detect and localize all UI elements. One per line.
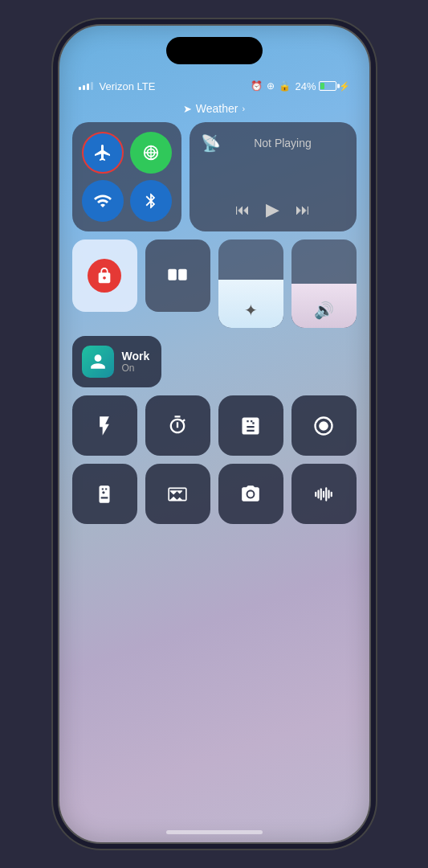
location-icon: ⊕: [267, 80, 275, 92]
cellular-icon: [142, 144, 160, 162]
svg-rect-11: [320, 488, 322, 500]
phone-frame: Verizon LTE ⏰ ⊕ 🔒 24% ⚡ ➤ Weather ›: [58, 24, 371, 844]
remote-button[interactable]: [72, 464, 137, 524]
location-arrow-icon: ➤: [183, 103, 192, 115]
svg-rect-12: [323, 490, 324, 497]
carrier-label: Verizon LTE: [100, 80, 156, 92]
lock-rotation-icon: [88, 259, 121, 293]
svg-rect-15: [331, 491, 332, 497]
status-bar: Verizon LTE ⏰ ⊕ 🔒 24% ⚡: [59, 74, 369, 98]
play-button[interactable]: ▶: [266, 199, 279, 220]
svg-rect-13: [325, 487, 327, 501]
work-text: Work On: [122, 350, 150, 374]
weather-bar[interactable]: ➤ Weather ›: [59, 102, 369, 115]
control-center: 📡 Not Playing ⏮ ▶ ⏭: [72, 122, 357, 794]
work-subtitle: On: [122, 362, 150, 374]
spacer-2: [267, 336, 356, 387]
media-controls: ⏮ ▶ ⏭: [201, 199, 345, 220]
weather-chevron: ›: [243, 104, 246, 113]
calculator-button[interactable]: [218, 395, 283, 456]
second-row: ✦ 🔊: [72, 240, 357, 328]
home-indicator: [166, 830, 263, 834]
svg-rect-4: [168, 269, 177, 280]
not-playing-label: Not Playing: [221, 137, 345, 149]
status-left: Verizon LTE: [79, 80, 156, 92]
work-icon: [82, 346, 114, 378]
svg-rect-8: [169, 488, 186, 500]
connectivity-grid: [72, 122, 181, 231]
mirror-icon: [166, 264, 189, 287]
status-right: ⏰ ⊕ 🔒 24% ⚡: [251, 80, 349, 92]
cellular-button[interactable]: [130, 132, 172, 174]
airplay-icon: 📡: [201, 133, 221, 153]
bluetooth-icon: [142, 192, 160, 210]
svg-rect-10: [317, 489, 319, 498]
alarm-icon: ⏰: [251, 80, 263, 92]
flashlight-button[interactable]: [72, 395, 137, 456]
work-title: Work: [122, 350, 150, 362]
spacer-1: [169, 336, 259, 387]
weather-label: Weather: [196, 102, 238, 115]
timer-icon: [166, 415, 189, 437]
airplane-icon: [93, 143, 112, 162]
timer-button[interactable]: [145, 395, 210, 456]
volume-slider[interactable]: 🔊: [291, 240, 357, 328]
bluetooth-button[interactable]: [130, 180, 172, 222]
volume-icon: 🔊: [314, 301, 334, 320]
wifi-button[interactable]: [82, 180, 124, 222]
camera-icon: [240, 484, 261, 505]
stocks-button[interactable]: [145, 464, 210, 524]
media-top: 📡 Not Playing: [201, 133, 345, 153]
signal-bars: [79, 82, 93, 90]
signal-bar-2: [83, 85, 85, 90]
airplane-mode-button[interactable]: [82, 132, 124, 174]
person-badge-icon: [89, 353, 107, 371]
signal-bar-1: [79, 87, 81, 90]
media-player: 📡 Not Playing ⏮ ▶ ⏭: [190, 122, 357, 231]
battery-icon: [319, 81, 336, 91]
charging-icon: ⚡: [339, 81, 350, 92]
third-row: Work On: [72, 336, 357, 387]
battery-container: 24% ⚡: [295, 80, 349, 92]
remote-icon: [94, 484, 115, 505]
screen-record-icon: [312, 415, 335, 437]
svg-rect-14: [328, 489, 329, 498]
battery-percent: 24%: [295, 80, 316, 92]
wifi-icon: [93, 191, 112, 211]
stocks-icon: [167, 484, 188, 505]
connectivity-row: 📡 Not Playing ⏮ ▶ ⏭: [72, 122, 357, 231]
calculator-icon: [239, 415, 262, 437]
camera-button[interactable]: [218, 464, 283, 524]
grid-row-2: [72, 464, 357, 524]
svg-point-7: [319, 421, 328, 431]
signal-bar-3: [87, 84, 89, 90]
brightness-slider[interactable]: ✦: [218, 240, 283, 328]
screen-lock-button[interactable]: [72, 240, 137, 312]
lock-icon: 🔒: [279, 80, 291, 92]
signal-bar-4: [91, 82, 93, 90]
screen-record-button[interactable]: [291, 395, 357, 456]
voice-memos-button[interactable]: [291, 464, 357, 524]
grid-row-1: [72, 395, 357, 456]
svg-rect-5: [178, 269, 187, 280]
voice-memos-icon: [313, 484, 334, 505]
rewind-button[interactable]: ⏮: [235, 202, 250, 219]
screen-mirror-button[interactable]: [145, 240, 210, 312]
svg-rect-9: [315, 491, 316, 497]
brightness-icon: ✦: [244, 301, 258, 320]
flashlight-icon: [93, 415, 116, 437]
fast-forward-button[interactable]: ⏭: [296, 202, 310, 219]
battery-fill: [320, 83, 324, 89]
work-focus-button[interactable]: Work On: [72, 336, 161, 387]
dynamic-island: [166, 37, 263, 64]
